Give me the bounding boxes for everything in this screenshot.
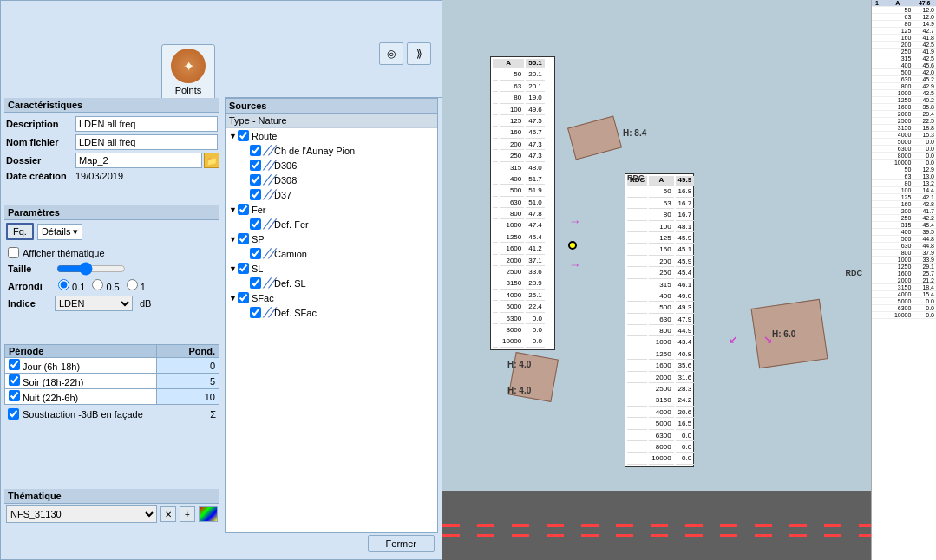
tree-item-def-fer[interactable]: ╱╱ Def. Fer [226, 217, 437, 231]
afficher-thematique-label: Afficher thématique [23, 248, 105, 258]
tree-item-route[interactable]: ▼ Route [226, 128, 437, 143]
d308-checkbox[interactable] [250, 174, 261, 186]
sp-checkbox[interactable] [238, 233, 249, 244]
road-icon-d306: ╱╱ [264, 160, 274, 170]
arrondi-1-label: 1 [127, 279, 146, 292]
indice-select[interactable]: LDEN [55, 296, 133, 311]
tree-item-d306[interactable]: ╱╱ D306 [226, 158, 437, 173]
left-panel: Points ▾ ◎ ⟫ Caractéristiques Descriptio… [0, 0, 442, 560]
d306-checkbox[interactable] [250, 160, 261, 171]
col-periode-header: Période [5, 345, 157, 358]
road-strip [442, 491, 936, 560]
arrow-br: ↘ [763, 334, 772, 346]
type-nature-header: Type - Nature [226, 114, 437, 128]
date-creation-label: Date création [6, 171, 75, 181]
tree-item-def-sfac[interactable]: ╱╱ Def. SFac [226, 305, 437, 320]
arrondi-01-label: 0.1 [58, 279, 85, 292]
h-label-84: H: 8.4 [623, 128, 646, 138]
soustraction-checkbox[interactable] [8, 408, 19, 420]
tree-item-sp[interactable]: ▼ SP [226, 231, 437, 246]
arrondi-05-label: 0.5 [92, 279, 119, 292]
dossier-input[interactable] [75, 153, 202, 168]
arrondi-radio-group: 0.1 0.5 1 [58, 279, 146, 292]
nuit-value: 10 [156, 389, 219, 405]
arrondi-05-radio[interactable] [92, 279, 103, 290]
nuit-checkbox[interactable] [9, 390, 20, 401]
road-icon-fer: ╱╱ [264, 219, 274, 229]
map-icon-button[interactable]: ◎ [379, 42, 403, 65]
fermer-button[interactable]: Fermer [368, 535, 435, 552]
def-sl-checkbox[interactable] [250, 277, 261, 289]
dossier-label: Dossier [6, 155, 75, 166]
tree-item-fer[interactable]: ▼ Fer [226, 202, 437, 217]
tree-item-def-sl[interactable]: ╱╱ Def. SL [226, 276, 437, 290]
sp-expand-icon[interactable]: ▼ [229, 235, 238, 244]
thematique-color-button[interactable] [199, 506, 218, 522]
sum-symbol: Σ [210, 409, 216, 420]
jour-checkbox[interactable] [9, 359, 20, 370]
sl-label: SL [252, 264, 263, 274]
thematique-add-button[interactable]: + [180, 506, 195, 522]
arrow-down: ↑ [569, 263, 583, 269]
soir-checkbox[interactable] [9, 374, 20, 386]
points-label: Points [175, 85, 202, 95]
taille-slider[interactable] [56, 262, 126, 276]
thematique-select[interactable]: NFS_31130 [6, 505, 157, 523]
road-icon-d308: ╱╱ [264, 175, 274, 185]
table-row: Soir (18h-22h) 5 [5, 374, 219, 389]
def-sfac-label: Def. SFac [274, 308, 317, 318]
d37-checkbox[interactable] [250, 189, 261, 200]
arrondi-01-radio[interactable] [58, 279, 69, 290]
camion-checkbox[interactable] [250, 248, 261, 259]
tree-item-d308[interactable]: ╱╱ D308 [226, 173, 437, 187]
afficher-thematique-checkbox[interactable] [8, 247, 19, 258]
indice-unit: dB [140, 298, 151, 309]
description-row: Description [4, 116, 219, 132]
tree-item-camion[interactable]: ╱╱ Camion [226, 246, 437, 261]
points-icon [171, 49, 206, 83]
nom-fichier-label: Nom fichier [6, 137, 75, 147]
date-creation-row: Date création 19/03/2019 [4, 171, 219, 181]
rdc-map-label: RDC [627, 173, 645, 182]
sl-expand-icon[interactable]: ▼ [229, 264, 238, 273]
fer-checkbox[interactable] [238, 204, 249, 215]
sources-header: Sources [226, 99, 437, 114]
folder-icon[interactable]: 📁 [204, 153, 219, 168]
thematique-title: Thématique [4, 489, 219, 504]
thematique-controls: NFS_31130 ✕ + [4, 504, 219, 524]
sources-panel: Sources Type - Nature ▼ Route ╱╱ Ch de l… [225, 98, 438, 533]
periode-table: Période Pond. Jour (6h-18h) 0 Soir (18h-… [4, 344, 219, 405]
ch-aunay-checkbox[interactable] [250, 145, 261, 156]
sl-checkbox[interactable] [238, 263, 249, 274]
tree-item-ch-aunay[interactable]: ╱╱ Ch de l'Aunay Pion [226, 143, 437, 158]
def-fer-checkbox[interactable] [250, 218, 261, 230]
tree-item-sfac[interactable]: ▼ SFac [226, 290, 437, 305]
def-sl-label: Def. SL [274, 278, 306, 289]
details-dropdown[interactable]: Détails ▾ [37, 224, 82, 240]
nom-fichier-input[interactable] [75, 134, 218, 150]
tree-item-d37[interactable]: ╱╱ D37 [226, 187, 437, 202]
top-icons-area: ◎ ⟫ [379, 42, 431, 65]
jour-label: Jour (6h-18h) [23, 361, 80, 372]
arrow-bl: ↙ [729, 334, 737, 346]
sfac-label: SFac [252, 293, 274, 303]
arrow-icon-button[interactable]: ⟫ [407, 42, 431, 65]
route-expand-icon[interactable]: ▼ [229, 132, 238, 140]
thematique-section: Thématique NFS_31130 ✕ + [4, 489, 219, 524]
sfac-checkbox[interactable] [238, 292, 249, 303]
description-label: Description [6, 119, 75, 129]
road-icon-sfac: ╱╱ [264, 308, 274, 317]
fer-expand-icon[interactable]: ▼ [229, 205, 238, 214]
description-input[interactable] [75, 116, 218, 132]
h-label-60: H: 6.0 [772, 329, 795, 339]
tree-item-sl[interactable]: ▼ SL [226, 261, 437, 276]
fq-button[interactable]: Fq. [6, 223, 34, 240]
arrondi-1-radio[interactable] [127, 279, 138, 290]
table-section: Période Pond. Jour (6h-18h) 0 Soir (18h-… [4, 344, 219, 421]
ch-aunay-label: Ch de l'Aunay Pion [274, 146, 355, 156]
thematique-delete-button[interactable]: ✕ [160, 506, 176, 522]
rdc-right-label: RDC [846, 269, 863, 277]
route-checkbox[interactable] [238, 130, 249, 141]
sfac-expand-icon[interactable]: ▼ [229, 294, 238, 303]
def-sfac-checkbox[interactable] [250, 307, 261, 318]
